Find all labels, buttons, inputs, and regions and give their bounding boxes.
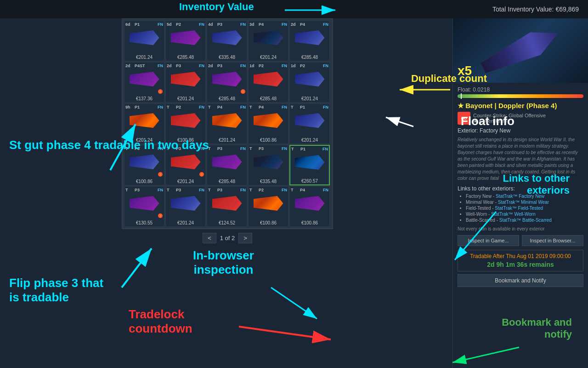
inventory-item[interactable]: T P3 FN €335.48 — [248, 145, 288, 185]
svg-line-12 — [239, 327, 331, 339]
inventory-item[interactable]: T P4 FN €201.24 — [207, 104, 247, 144]
action-buttons: Inspect in Game... Inspect in Browser... — [458, 235, 583, 246]
inventory-section: 6d P1 FN €201.24 5d P2 FN €285.48 4d P3 … — [122, 18, 333, 245]
inventory-item[interactable]: T P3 FN ! €130.55 — [124, 186, 164, 227]
inventory-item[interactable]: 2d P4ST FN ! €137.36 — [124, 62, 164, 103]
annotation-tradelock: Tradelock countdown — [129, 307, 192, 336]
inventory-item[interactable]: 2d P3 FN ! €285.48 — [207, 62, 247, 103]
exterior-links-list: Factory New - StatTrak™ Factory NewMinim… — [458, 194, 583, 223]
inventory-grid: 6d P1 FN €201.24 5d P2 FN €285.48 4d P3 … — [122, 18, 333, 229]
exterior-link-item: Minimal Wear - StatTrak™ Minimal Wear — [466, 200, 583, 205]
exterior-link-item: Well-Worn - StatTrak™ Well-Worn — [466, 212, 583, 217]
total-inventory-value: Total Inventory Value: €69,869 — [492, 6, 579, 13]
top-bar: Total Inventory Value: €69,869 — [0, 0, 588, 18]
knife-shape — [477, 21, 564, 80]
annotation-duplicate: Duplicate count — [411, 73, 487, 85]
item-name: ★ Bayonet | Doppler (Phase 4) — [458, 102, 583, 110]
prev-page-button[interactable]: < — [203, 233, 216, 243]
inventory-item[interactable]: 1d P2 FN €201.24 — [289, 62, 330, 103]
exterior-link[interactable]: StatTrak™ Field-Tested — [495, 206, 543, 211]
annotation-float: Float info — [461, 114, 514, 128]
inventory-item[interactable]: T P4 FN €100.86 — [289, 186, 330, 227]
inventory-item[interactable]: T P4 FN €100.86 — [248, 104, 288, 144]
inventory-item[interactable]: 3d P4 FN €201.24 — [248, 21, 288, 61]
exterior-link[interactable]: StatTrak™ Minimal Wear — [498, 200, 549, 205]
inventory-item[interactable]: 6d P1 FN €201.24 — [124, 21, 164, 61]
svg-line-7 — [386, 117, 413, 126]
inspect-game-button[interactable]: Inspect in Game... — [458, 235, 519, 246]
float-bar — [458, 94, 583, 98]
inventory-item[interactable]: 2d P4 FN €285.48 — [289, 21, 330, 61]
svg-line-10 — [122, 248, 152, 288]
tradable-date: Tradable After Thu Aug 01 2019 09:00:00 — [461, 253, 580, 259]
inventory-item[interactable]: T P1 FN €201.24 — [289, 104, 330, 144]
exterior-link-item: Field-Tested - StatTrak™ Field-Tested — [466, 206, 583, 211]
inventory-item[interactable]: T P3 FN €201.24 — [165, 186, 206, 227]
svg-line-11 — [271, 288, 317, 319]
inventory-item[interactable]: T P3 FN €124.52 — [207, 186, 247, 227]
page-info: 1 of 2 — [220, 235, 235, 242]
tradable-info: Tradable After Thu Aug 01 2019 09:00:00 … — [458, 250, 583, 271]
tradable-timer: 2d 9h 1m 36s remains — [461, 261, 580, 268]
inventory-item[interactable]: 1d P2 FN €285.48 — [248, 62, 288, 103]
exterior-link-item: Battle-Scarred - StatTrak™ Battle-Scarre… — [466, 218, 583, 223]
annotation-inspection: In-browser inspection — [193, 248, 254, 277]
annotation-inventory-value: Inventory Value — [179, 1, 254, 13]
bookmark-button[interactable]: Bookmark and Notify — [458, 274, 583, 287]
inventory-item[interactable]: T P3 FN €285.48 — [207, 145, 247, 185]
exterior-link[interactable]: StatTrak™ Well-Worn — [491, 212, 536, 217]
inventory-item[interactable]: T P2 FN €100.86 — [248, 186, 288, 227]
annotation-bookmark: Bookmark and notify — [502, 316, 572, 341]
not-every-note: Not every skin is available in every ext… — [458, 226, 583, 231]
pagination: < 1 of 2 > — [122, 231, 333, 245]
inventory-item[interactable]: T P1 FN €260.57 — [289, 145, 330, 185]
exterior-link[interactable]: StatTrak™ Battle-Scarred — [499, 218, 552, 223]
annotation-flip: Flip phase 3 that is tradable — [9, 276, 103, 305]
annotation-st-gut: St gut phase 4 tradable in two days — [9, 138, 209, 152]
inspect-browser-button[interactable]: Inspect in Browser... — [522, 235, 583, 246]
next-page-button[interactable]: > — [238, 233, 252, 243]
inventory-item[interactable]: 4d P3 FN €335.48 — [207, 21, 247, 61]
annotation-links: Links to other exteriors — [503, 172, 570, 197]
inventory-item[interactable]: 2d P3 FN €201.24 — [165, 62, 206, 103]
inventory-item[interactable]: 5d P2 FN €285.48 — [165, 21, 206, 61]
float-marker — [461, 93, 462, 99]
float-label: Float: 0.0218 — [458, 86, 583, 93]
